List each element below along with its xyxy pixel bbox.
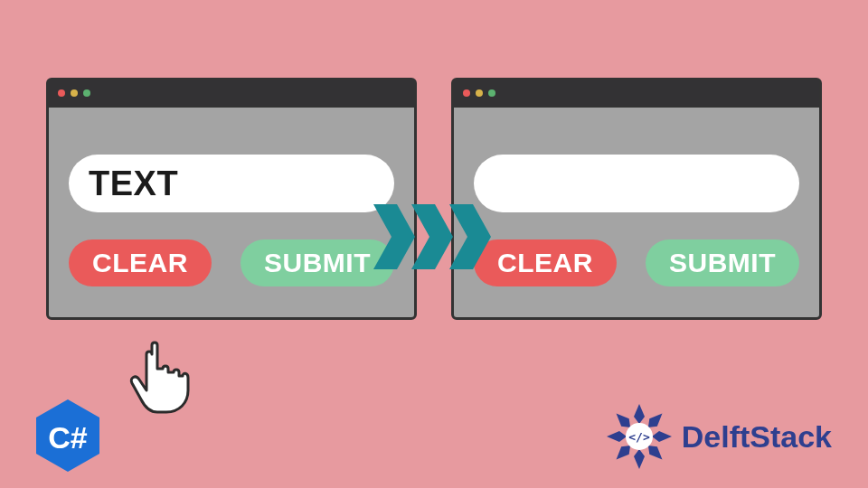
window-after: CLEAR SUBMIT <box>451 78 822 320</box>
close-dot-icon <box>463 89 470 97</box>
diagram-stage: TEXT CLEAR SUBMIT CLEAR <box>0 78 868 320</box>
minimize-dot-icon <box>71 89 78 97</box>
brand-name: DelftStack <box>682 419 832 455</box>
mandala-icon: </> <box>604 401 675 472</box>
window-body: TEXT CLEAR SUBMIT <box>49 108 414 317</box>
csharp-label: C# <box>48 420 88 455</box>
submit-button[interactable]: SUBMIT <box>646 239 799 286</box>
titlebar <box>49 80 414 108</box>
csharp-logo-icon: C# <box>33 398 103 474</box>
window-before: TEXT CLEAR SUBMIT <box>46 78 417 320</box>
chevron-right-icon <box>446 204 491 269</box>
pointer-cursor-icon <box>127 338 192 421</box>
maximize-dot-icon <box>83 89 90 97</box>
button-row: CLEAR SUBMIT <box>474 239 799 286</box>
delftstack-logo: </> DelftStack <box>604 401 832 472</box>
minimize-dot-icon <box>476 89 483 97</box>
text-input[interactable] <box>474 155 799 212</box>
submit-button-label: SUBMIT <box>264 248 371 278</box>
submit-button-label: SUBMIT <box>669 248 776 278</box>
text-input-value: TEXT <box>89 164 178 203</box>
transition-arrows-icon <box>377 204 491 269</box>
clear-button[interactable]: CLEAR <box>69 239 212 286</box>
svg-text:</>: </> <box>628 430 650 444</box>
titlebar <box>454 80 819 108</box>
close-dot-icon <box>58 89 65 97</box>
clear-button-label: CLEAR <box>497 248 593 278</box>
window-body: CLEAR SUBMIT <box>454 108 819 317</box>
text-input[interactable]: TEXT <box>69 155 394 212</box>
clear-button-label: CLEAR <box>92 248 188 278</box>
maximize-dot-icon <box>488 89 495 97</box>
clear-button[interactable]: CLEAR <box>474 239 617 286</box>
button-row: CLEAR SUBMIT <box>69 239 394 286</box>
